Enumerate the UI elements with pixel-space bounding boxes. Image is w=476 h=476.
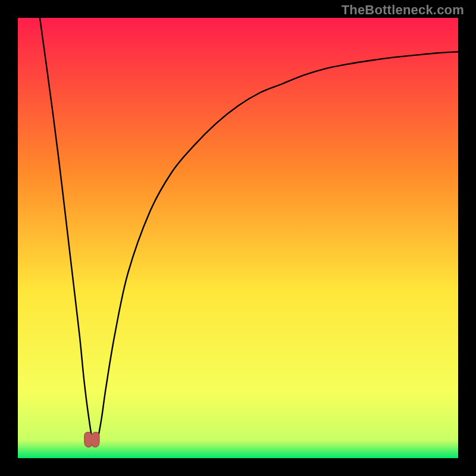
watermark-text: TheBottleneck.com <box>342 2 464 18</box>
plot-area <box>18 18 458 458</box>
chart-frame: TheBottleneck.com <box>0 0 476 476</box>
gradient-background <box>18 18 458 458</box>
bottleneck-chart <box>18 18 458 458</box>
minimum-marker <box>84 432 99 447</box>
